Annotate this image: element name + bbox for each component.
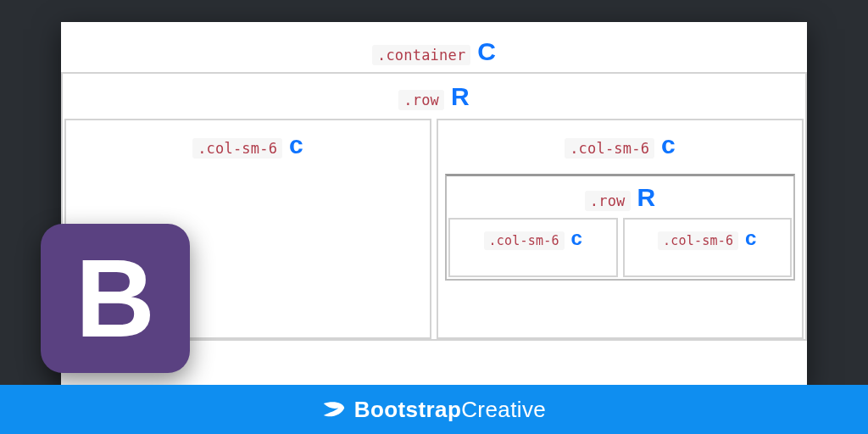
row-class-chip: .row xyxy=(398,90,444,110)
container-class-chip: .container xyxy=(372,45,470,65)
col-right-label: .col-sm-6 c xyxy=(438,120,802,167)
nested-col-left: .col-sm-6 c xyxy=(448,218,618,277)
bootstrap-container-cell: .container C xyxy=(61,22,807,72)
col-right-letter: c xyxy=(661,132,676,158)
col-left-class-chip: .col-sm-6 xyxy=(192,138,282,159)
nested-col-right-letter: c xyxy=(745,228,756,248)
row-letter: R xyxy=(451,84,470,109)
container-letter: C xyxy=(477,39,496,64)
footer-brand-rest: Creative xyxy=(461,397,546,422)
nested-col-right: .col-sm-6 c xyxy=(623,218,793,277)
leaf-icon xyxy=(322,399,346,420)
nested-col-left-letter: c xyxy=(571,228,582,248)
nested-row-class-chip: .row xyxy=(585,191,631,211)
bootstrap-logo: B xyxy=(41,224,190,373)
nested-columns-wrap: .col-sm-6 c .col-sm-6 c xyxy=(447,218,793,279)
footer-brand-bold: Bootstrap xyxy=(354,397,461,422)
col-right: .col-sm-6 c .row R .col-sm- xyxy=(437,119,804,339)
nested-col-left-class-chip: .col-sm-6 xyxy=(484,231,565,250)
footer-bar: BootstrapCreative xyxy=(0,385,868,434)
container-label: .container C xyxy=(372,39,496,65)
footer-brand: BootstrapCreative xyxy=(354,397,546,423)
nested-container: .row R .col-sm-6 c xyxy=(445,174,795,281)
col-left-label: .col-sm-6 c xyxy=(66,120,430,167)
nested-col-right-class-chip: .col-sm-6 xyxy=(658,231,738,250)
nested-row-letter: R xyxy=(637,185,656,210)
col-right-class-chip: .col-sm-6 xyxy=(565,138,654,159)
nested-row-label: .row R xyxy=(447,176,793,218)
row-cell: .row R xyxy=(63,74,805,119)
col-left-letter: c xyxy=(289,132,303,158)
row-label: .row R xyxy=(398,84,469,110)
bootstrap-logo-letter: B xyxy=(75,243,155,353)
